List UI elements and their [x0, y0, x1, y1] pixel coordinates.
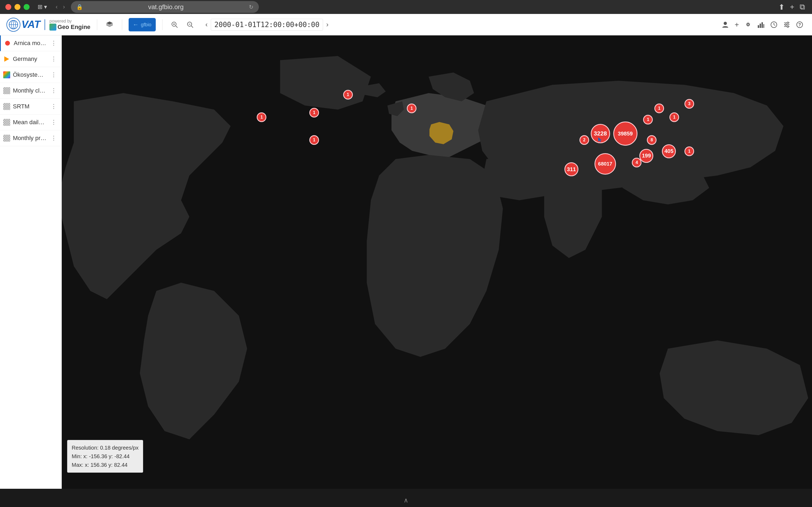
tab-overview-button[interactable]: ⧉: [798, 1, 807, 13]
powered-by-text: powered by: [49, 19, 72, 23]
max-line: Max: x: 156.36 y: 82.44: [72, 461, 139, 469]
svg-point-14: [724, 22, 727, 25]
workflow-button[interactable]: ← gfbio: [129, 18, 156, 32]
cluster-eu5[interactable]: 1: [684, 147, 694, 156]
history-button[interactable]: [768, 19, 780, 31]
layer-item-moisture[interactable]: Monthly climate moisture... ⋮: [0, 83, 61, 99]
account-button[interactable]: [719, 18, 731, 31]
moisture-icon: [3, 87, 10, 94]
cluster-2[interactable]: 1: [407, 104, 416, 113]
zoom-out-button[interactable]: [185, 19, 196, 30]
resolution-label: Resolution:: [72, 445, 99, 451]
cluster-68017[interactable]: 68017: [595, 153, 616, 175]
config-button[interactable]: [781, 19, 793, 31]
layer-item-srtm[interactable]: SRTM ⋮: [0, 99, 61, 115]
temperature-menu-button[interactable]: ⋮: [49, 118, 58, 126]
layer-item-precipitation[interactable]: Monthly precipitation am... ⋮: [0, 130, 61, 146]
vat-logo: VAT: [6, 18, 40, 32]
germany-menu-button[interactable]: ⋮: [49, 55, 58, 63]
cluster-label-eu5: 1: [688, 149, 691, 154]
cluster-1-med[interactable]: 1: [309, 135, 319, 145]
account-icon: [721, 21, 729, 29]
cluster-label-68017: 68017: [598, 161, 612, 167]
moisture-menu-button[interactable]: ⋮: [49, 87, 58, 95]
workflow-arrow-icon: ←: [133, 21, 139, 28]
cluster-label-eu2: 3: [688, 101, 691, 106]
reload-icon[interactable]: ↻: [249, 4, 253, 10]
arnica-icon: [4, 40, 11, 47]
cluster-eu3[interactable]: 1: [669, 112, 679, 122]
cluster-4[interactable]: 1: [309, 108, 319, 117]
cluster-eu1[interactable]: 1: [654, 104, 664, 113]
minimize-button[interactable]: [14, 4, 20, 10]
max-x: 156.36: [91, 462, 107, 468]
arnica-label: Arnica montana: [14, 40, 46, 47]
layer-item-arnica[interactable]: Arnica montana ⋮: [0, 36, 61, 51]
settings-button[interactable]: [742, 19, 754, 31]
moisture-checker: [3, 87, 10, 94]
cluster-2[interactable]: 2: [579, 135, 589, 145]
add-layer-button[interactable]: +: [732, 18, 741, 31]
window-controls: [5, 4, 30, 10]
cluster-4[interactable]: 4: [632, 158, 642, 167]
cluster-label-2: 1: [411, 106, 413, 111]
srtm-checker: [3, 103, 10, 110]
vat-globe-icon: [9, 20, 18, 30]
layers-toggle-button[interactable]: [104, 19, 115, 31]
zoom-in-button[interactable]: [169, 19, 180, 30]
help-icon: ?: [796, 21, 803, 29]
max-label: Max: x:: [72, 462, 91, 468]
precipitation-icon: [3, 135, 10, 142]
geoengine-icon: [49, 23, 56, 31]
config-icon: [783, 21, 791, 29]
cluster-1[interactable]: 1: [343, 90, 353, 100]
analytics-button[interactable]: [755, 19, 767, 31]
layer-item-temperature[interactable]: Mean daily air temperatu... ⋮: [0, 115, 61, 130]
close-button[interactable]: [5, 4, 11, 10]
cluster-8[interactable]: 8: [647, 135, 657, 145]
layers-icon: [106, 21, 113, 29]
cluster-label-4: 4: [636, 160, 638, 165]
cluster-39859[interactable]: 39859: [613, 121, 638, 146]
help-button[interactable]: ?: [794, 19, 806, 31]
cluster-label-eu1: 1: [658, 106, 661, 111]
geoengine-name: Geo Engine: [57, 23, 90, 31]
cluster-3[interactable]: 1: [257, 112, 266, 122]
time-next-button[interactable]: ›: [325, 19, 330, 30]
bottom-bar: ∧: [0, 494, 812, 507]
arnica-menu-button[interactable]: ⋮: [49, 39, 58, 47]
okosystem-menu-button[interactable]: ⋮: [49, 71, 58, 79]
new-tab-button[interactable]: +: [789, 1, 796, 13]
share-button[interactable]: ⬆: [777, 1, 786, 13]
cluster-311[interactable]: 311: [564, 162, 578, 176]
layer-item-okosystem[interactable]: Ökosystematlas ⋮: [0, 67, 61, 83]
moisture-label: Monthly climate moisture...: [13, 87, 46, 94]
maximize-button[interactable]: [23, 4, 30, 10]
precipitation-label: Monthly precipitation am...: [13, 135, 46, 142]
address-bar[interactable]: 🔒 vat.gfbio.org ↻: [71, 1, 259, 13]
srtm-menu-button[interactable]: ⋮: [49, 103, 58, 111]
sidebar-toggle-btn[interactable]: ⊞ ▾: [36, 2, 49, 12]
cluster-eu2[interactable]: 3: [684, 99, 694, 109]
svg-point-29: [787, 26, 789, 27]
cluster-eu4[interactable]: 1: [643, 115, 653, 124]
svg-text:?: ?: [798, 22, 801, 27]
cluster-label-1-med: 1: [313, 137, 315, 143]
forward-button[interactable]: ›: [61, 2, 66, 12]
cluster-199[interactable]: 199: [639, 149, 653, 163]
cluster-label-311: 311: [567, 166, 576, 172]
map-area[interactable]: 1 1 1 1 1 3 1 1: [62, 36, 812, 489]
svg-point-28: [785, 24, 786, 25]
layer-item-germany[interactable]: Germany ⋮: [0, 51, 61, 67]
back-button[interactable]: ‹: [54, 2, 59, 12]
cluster-405[interactable]: 405: [662, 144, 676, 158]
cluster-label-eu4: 1: [647, 117, 649, 122]
cluster-label-8: 8: [651, 137, 653, 143]
min-line: Min: x: -156.36 y: -82.44: [72, 452, 139, 461]
svg-rect-17: [758, 25, 759, 28]
time-prev-button[interactable]: ‹: [204, 19, 209, 30]
bottom-chevron-button[interactable]: ∧: [404, 497, 408, 504]
toolbar-divider-1: [97, 19, 97, 30]
temperature-checker: [3, 119, 10, 126]
precipitation-menu-button[interactable]: ⋮: [49, 134, 58, 142]
